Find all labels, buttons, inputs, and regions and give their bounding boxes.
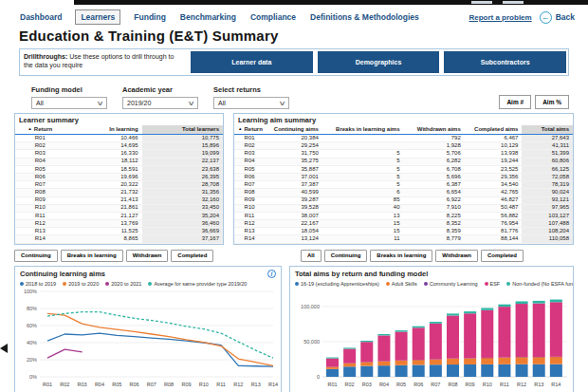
column-header-continuing-aims[interactable]: Continuing aims	[265, 125, 322, 135]
table-row[interactable]: R1222,167158,35276,954107,488	[234, 220, 573, 228]
bar-segment-non-funded-no-esfa-funding-for-this-lear[interactable]	[343, 347, 356, 348]
table-row[interactable]: R0840,59966,65442,76590,024	[234, 189, 573, 196]
table-row[interactable]: R0110,46610,775	[15, 135, 223, 142]
column-header-return[interactable]: ▲Return	[234, 125, 265, 135]
bar-segment-adult-skills[interactable]	[377, 361, 390, 365]
table-row[interactable]: R0737,38756,38734,54078,319	[234, 181, 573, 189]
column-header-return[interactable]: ▲Return	[15, 125, 65, 135]
table-row[interactable]: R148,86537,167	[15, 235, 223, 243]
bar-segment-16-19-excluding-apprenticeships[interactable]	[516, 364, 528, 376]
table-row[interactable]: R0229,2541,92810,12941,311	[234, 142, 573, 150]
legend-item-2018-to-2019[interactable]: 2018 to 2019	[20, 281, 56, 287]
table-row[interactable]: R0939,287856,92246,82793,121	[234, 196, 573, 204]
bar-segment-non-funded-no-esfa-funding-for-this-lear[interactable]	[516, 301, 528, 304]
table-row[interactable]: R0331,75055,70613,93851,399	[234, 150, 573, 158]
table-row[interactable]: R0637,00155,69629,35672,058	[234, 173, 573, 180]
bar-segment-non-funded-no-esfa-funding-for-this-lear[interactable]	[550, 299, 562, 302]
legend-item-2019-to-2020[interactable]: 2019 to 2020	[63, 281, 99, 287]
table-row[interactable]: R0619,69626,395	[15, 173, 223, 180]
bar-segment-non-funded-no-esfa-funding-for-this-lear[interactable]	[464, 311, 476, 313]
legend-item-2020-to-2021[interactable]: 2020 to 2021	[105, 281, 141, 287]
bar-segment-adult-skills[interactable]	[430, 359, 442, 364]
table-row[interactable]: R0720,32228,708	[15, 181, 223, 189]
nav-item-dashboard[interactable]: Dashboard	[19, 10, 63, 24]
subcontractors-button[interactable]: Subcontractors	[444, 51, 566, 73]
info-icon[interactable]: i	[267, 270, 276, 278]
all-chip[interactable]: All	[301, 250, 322, 262]
table-row[interactable]: R1039,528407,91050,48797,965	[234, 204, 573, 212]
report-a-problem-link[interactable]: Report a problem	[469, 13, 531, 22]
bar-segment-esf[interactable]	[550, 302, 562, 357]
column-header-breaks-in-learning-aims[interactable]: Breaks in learning aims	[322, 125, 404, 135]
bar-segment-esf[interactable]	[395, 331, 408, 360]
breaks-in-learning-chip[interactable]: Breaks in learning	[61, 250, 123, 262]
bar-segment-16-19-excluding-apprenticeships[interactable]	[413, 364, 425, 377]
column-header-withdrawn-aims[interactable]: Withdrawn aims	[403, 125, 464, 135]
column-header-total-learners[interactable]: Total learners	[142, 125, 223, 135]
funding-model-dropdown[interactable]: All∨	[31, 97, 107, 109]
bar-segment-16-19-excluding-apprenticeships[interactable]	[343, 366, 356, 377]
bar-segment-16-19-excluding-apprenticeships[interactable]	[550, 364, 562, 376]
bar-segment-non-funded-no-esfa-funding-for-this-lear[interactable]	[413, 326, 425, 327]
column-header-total-aims[interactable]: Total aims	[522, 125, 573, 135]
nav-item-compliance[interactable]: Compliance	[249, 10, 297, 24]
bar-segment-non-funded-no-esfa-funding-for-this-lear[interactable]	[395, 330, 408, 331]
bar-segment-non-funded-no-esfa-funding-for-this-lear[interactable]	[481, 308, 493, 309]
table-row[interactable]: R1121,12735,204	[15, 212, 223, 219]
bar-segment-16-19-excluding-apprenticeships[interactable]	[498, 364, 510, 376]
table-row[interactable]: R1311,52536,669	[15, 228, 223, 235]
withdrawn-chip[interactable]: Withdrawn	[435, 250, 478, 262]
column-header-completed-aims[interactable]: Completed aims	[465, 125, 523, 135]
bar-segment-esf[interactable]	[498, 307, 510, 357]
bar-segment-adult-skills[interactable]	[326, 366, 339, 368]
bar-segment-adult-skills[interactable]	[533, 357, 545, 364]
table-row[interactable]: R0921,41332,160	[15, 196, 223, 204]
legend-item-community-learning[interactable]: Community Learning	[424, 281, 478, 287]
table-row[interactable]: R0535,88756,70823,52566,125	[234, 165, 573, 173]
bar-segment-adult-skills[interactable]	[343, 363, 356, 366]
legend-item-average-for-same-provider-type-2019-20[interactable]: Average for same provider type 2019/20	[148, 281, 247, 287]
completed-chip[interactable]: Completed	[481, 250, 524, 262]
bar-segment-adult-skills[interactable]	[360, 362, 373, 365]
table-row[interactable]: R1413,124118,77988,144110,058	[234, 235, 573, 243]
legend-item-non-funded-no-esfa-funding-for-this-lear[interactable]: Non-funded (No ESFA funding for this lea…	[506, 281, 573, 287]
bar-segment-16-19-excluding-apprenticeships[interactable]	[533, 364, 545, 376]
legend-item-adult-skills[interactable]: Adult Skills	[386, 281, 417, 287]
nav-item-funding[interactable]: Funding	[133, 10, 167, 24]
table-row[interactable]: R0435,27556,28219,24460,806	[234, 158, 573, 165]
bar-segment-esf[interactable]	[360, 342, 373, 362]
bar-segment-16-19-excluding-apprenticeships[interactable]	[464, 364, 476, 377]
bar-segment-adult-skills[interactable]	[498, 357, 510, 364]
nav-item-learners[interactable]: Learners	[75, 9, 120, 25]
bar-segment-adult-skills[interactable]	[413, 360, 425, 364]
learner-data-button[interactable]: Learner data	[191, 51, 313, 73]
withdrawn-chip[interactable]: Withdrawn	[126, 250, 169, 262]
line-series-2020-to-2021[interactable]	[47, 349, 83, 358]
bar-segment-16-19-excluding-apprenticeships[interactable]	[395, 364, 408, 376]
back-button[interactable]: ← Back	[540, 11, 575, 24]
bar-segment-esf[interactable]	[533, 303, 545, 356]
bar-segment-16-19-excluding-apprenticeships[interactable]	[481, 364, 493, 377]
completed-chip[interactable]: Completed	[171, 250, 213, 262]
nav-item-benchmarking[interactable]: Benchmarking	[179, 10, 237, 24]
table-row[interactable]: R1021,86133,450	[15, 204, 223, 212]
table-row[interactable]: R0120,3847926,46727,643	[234, 135, 573, 142]
bar-segment-adult-skills[interactable]	[516, 357, 528, 364]
bar-segment-non-funded-no-esfa-funding-for-this-lear[interactable]	[533, 301, 545, 304]
nav-item-definitions-methodologies[interactable]: Definitions & Methodologies	[309, 10, 420, 24]
bar-segment-16-19-excluding-apprenticeships[interactable]	[447, 364, 459, 377]
bar-segment-esf[interactable]	[413, 327, 425, 360]
column-header-in-learning[interactable]: In learning	[65, 125, 142, 135]
table-row[interactable]: R1318,054158,35981,776108,204	[234, 228, 573, 235]
breaks-in-learning-chip[interactable]: Breaks in learning	[370, 250, 432, 262]
table-row[interactable]: R0316,33019,099	[15, 150, 223, 158]
select-returns-dropdown[interactable]: All∨	[213, 97, 289, 109]
bar-segment-16-19-excluding-apprenticeships[interactable]	[430, 364, 442, 377]
bar-segment-esf[interactable]	[516, 304, 528, 357]
aim-button[interactable]: Aim #	[499, 95, 531, 109]
bar-segment-esf[interactable]	[377, 335, 390, 361]
legend-item-esf[interactable]: ESF	[485, 281, 501, 287]
bar-segment-16-19-excluding-apprenticeships[interactable]	[360, 365, 373, 376]
bar-segment-16-19-excluding-apprenticeships[interactable]	[377, 365, 390, 377]
bar-segment-adult-skills[interactable]	[464, 358, 476, 364]
